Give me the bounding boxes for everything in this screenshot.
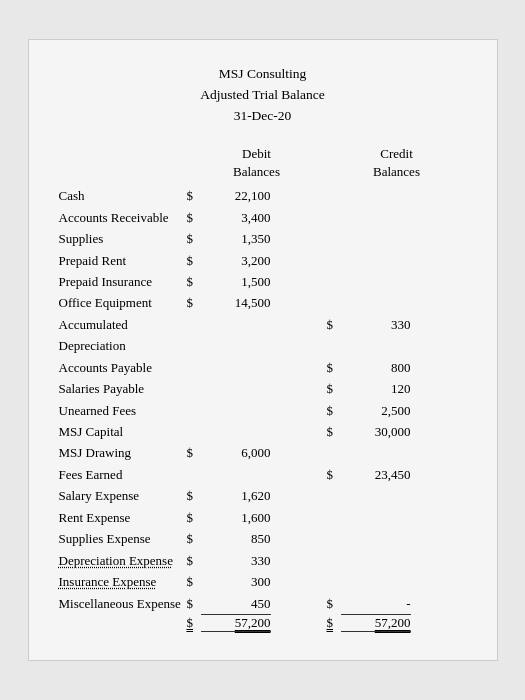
row-label: Office Equipment bbox=[59, 292, 187, 313]
row-label: Prepaid Insurance bbox=[59, 271, 187, 292]
debit-header: Debit Balances bbox=[187, 145, 327, 181]
balance-table: Debit Balances Credit Balances Cash$22,1… bbox=[59, 145, 467, 632]
row-label: Prepaid Rent bbox=[59, 250, 187, 271]
credit-col: $- bbox=[327, 593, 467, 615]
row-label: Miscellaneous Expense bbox=[59, 593, 187, 614]
table-row: Office Equipment$14,500 bbox=[59, 292, 467, 313]
debit-col: $6,000 bbox=[187, 442, 327, 463]
total-credit-sign: $ bbox=[327, 615, 341, 631]
table-row: Prepaid Rent$3,200 bbox=[59, 250, 467, 271]
table-row: Supplies$1,350 bbox=[59, 228, 467, 249]
row-label: Insurance Expense bbox=[59, 571, 187, 592]
row-label: MSJ Capital bbox=[59, 421, 187, 442]
table-row: Depreciation Expense$330 bbox=[59, 550, 467, 571]
table-row: Rent Expense$1,600 bbox=[59, 507, 467, 528]
row-label: Salary Expense bbox=[59, 485, 187, 506]
debit-col: $1,620 bbox=[187, 485, 327, 506]
table-row: Insurance Expense$300 bbox=[59, 571, 467, 592]
table-row: Supplies Expense$850 bbox=[59, 528, 467, 549]
debit-col: $850 bbox=[187, 528, 327, 549]
credit-header: Credit Balances bbox=[327, 145, 467, 181]
debit-col: $1,600 bbox=[187, 507, 327, 528]
table-row: Salaries Payable$120 bbox=[59, 378, 467, 399]
table-row: Accumulated Depreciation$330 bbox=[59, 314, 467, 357]
credit-col: $120 bbox=[327, 378, 467, 399]
table-row: Miscellaneous Expense$450$- bbox=[59, 593, 467, 615]
row-label: Accounts Receivable bbox=[59, 207, 187, 228]
row-label: Unearned Fees bbox=[59, 400, 187, 421]
table-row: Fees Earned$23,450 bbox=[59, 464, 467, 485]
credit-col: $800 bbox=[327, 357, 467, 378]
debit-col: $3,200 bbox=[187, 250, 327, 271]
total-debit-amount: 57,200 bbox=[201, 615, 271, 632]
company-name: MSJ Consulting bbox=[59, 64, 467, 85]
table-row: Prepaid Insurance$1,500 bbox=[59, 271, 467, 292]
table-row: MSJ Drawing$6,000 bbox=[59, 442, 467, 463]
table-row: Accounts Payable$800 bbox=[59, 357, 467, 378]
row-label: Cash bbox=[59, 185, 187, 206]
row-label: MSJ Drawing bbox=[59, 442, 187, 463]
statement-date: 31-Dec-20 bbox=[59, 106, 467, 127]
table-row: Unearned Fees$2,500 bbox=[59, 400, 467, 421]
debit-col: $3,400 bbox=[187, 207, 327, 228]
credit-col: $23,450 bbox=[327, 464, 467, 485]
total-debit-col: $ 57,200 bbox=[187, 615, 327, 632]
row-label: Fees Earned bbox=[59, 464, 187, 485]
row-label: Supplies Expense bbox=[59, 528, 187, 549]
table-row: Accounts Receivable$3,400 bbox=[59, 207, 467, 228]
debit-col: $330 bbox=[187, 550, 327, 571]
row-label: Accounts Payable bbox=[59, 357, 187, 378]
debit-col: $14,500 bbox=[187, 292, 327, 313]
data-rows: Cash$22,100Accounts Receivable$3,400Supp… bbox=[59, 185, 467, 615]
table-row: Cash$22,100 bbox=[59, 185, 467, 206]
debit-col: $450 bbox=[187, 593, 327, 615]
table-row: MSJ Capital$30,000 bbox=[59, 421, 467, 442]
statement-title: Adjusted Trial Balance bbox=[59, 85, 467, 106]
debit-col: $22,100 bbox=[187, 185, 327, 206]
row-label: Accumulated Depreciation bbox=[59, 314, 187, 357]
debit-col: $1,500 bbox=[187, 271, 327, 292]
total-credit-amount: 57,200 bbox=[341, 615, 411, 632]
row-label: Depreciation Expense bbox=[59, 550, 187, 571]
header: MSJ Consulting Adjusted Trial Balance 31… bbox=[59, 64, 467, 127]
debit-col: $1,350 bbox=[187, 228, 327, 249]
row-label: Supplies bbox=[59, 228, 187, 249]
total-credit-col: $ 57,200 bbox=[327, 615, 467, 632]
credit-col: $330 bbox=[327, 314, 467, 335]
debit-col: $300 bbox=[187, 571, 327, 592]
credit-col: $30,000 bbox=[327, 421, 467, 442]
credit-col: $2,500 bbox=[327, 400, 467, 421]
row-label: Rent Expense bbox=[59, 507, 187, 528]
totals-row: $ 57,200 $ 57,200 bbox=[59, 615, 467, 632]
table-row: Salary Expense$1,620 bbox=[59, 485, 467, 506]
financial-statement: MSJ Consulting Adjusted Trial Balance 31… bbox=[28, 39, 498, 661]
column-headers: Debit Balances Credit Balances bbox=[59, 145, 467, 181]
row-label: Salaries Payable bbox=[59, 378, 187, 399]
total-debit-sign: $ bbox=[187, 615, 201, 631]
